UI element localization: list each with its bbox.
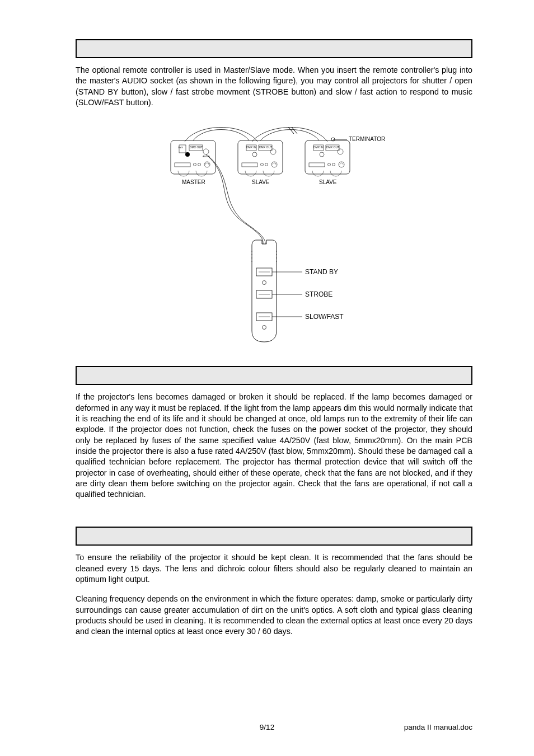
device-slave-2: DMX IN DMX OUT SLAVE (305, 140, 350, 185)
device-label-slave-2: SLAVE (319, 179, 337, 185)
device-slave-1: DMX IN DMX OUT SLAVE (238, 140, 283, 185)
svg-point-20 (270, 149, 276, 154)
maintenance-paragraph-1: To ensure the reliability of the project… (76, 552, 472, 585)
device-label-slave-1: SLAVE (252, 179, 270, 185)
svg-line-1 (292, 127, 297, 134)
device-label-master: MASTER (182, 179, 205, 185)
svg-text:DMX: DMX (178, 146, 183, 149)
svg-point-53 (262, 326, 266, 330)
remote-controller: STAND BY STROBE SLOW/FAST (251, 240, 344, 342)
svg-point-23 (265, 163, 268, 166)
svg-point-12 (204, 162, 210, 167)
svg-point-31 (338, 149, 343, 154)
terminator-label: TERMINATOR (349, 136, 385, 142)
remote-intro-paragraph: The optional remote controller is used i… (76, 65, 472, 108)
maintenance-paragraph-2: Cleaning frequency depends on the enviro… (76, 594, 472, 637)
svg-point-10 (193, 163, 196, 166)
svg-rect-21 (242, 163, 257, 167)
page-number: 9/12 (0, 722, 534, 732)
svg-point-19 (252, 152, 257, 157)
svg-text:DMX OUT: DMX OUT (326, 145, 339, 149)
svg-rect-32 (309, 163, 325, 167)
svg-point-48 (262, 281, 266, 285)
repair-paragraph: If the projector's lens becomes damaged … (76, 392, 472, 500)
section-header-maintenance (76, 527, 472, 546)
document-page: The optional remote controller is used i… (0, 0, 534, 756)
diagram-svg: TERMINATOR DMX DMX OUT AUDIO MASTER (162, 124, 386, 348)
svg-point-34 (332, 163, 335, 166)
svg-point-22 (260, 163, 263, 166)
svg-point-24 (271, 162, 277, 167)
device-master: DMX DMX OUT AUDIO MASTER (171, 140, 216, 185)
svg-point-11 (198, 163, 200, 166)
svg-point-30 (320, 152, 324, 157)
svg-rect-9 (175, 163, 190, 167)
svg-text:DMX OUT: DMX OUT (190, 145, 203, 149)
svg-point-7 (185, 152, 190, 157)
svg-point-33 (327, 163, 330, 166)
svg-point-35 (339, 162, 344, 167)
section-header-repair (76, 366, 472, 385)
svg-text:DMX OUT: DMX OUT (259, 145, 272, 149)
svg-line-0 (288, 127, 294, 134)
svg-text:DMX IN: DMX IN (313, 145, 324, 149)
remote-label-strobe: STROBE (305, 290, 332, 298)
svg-text:DMX IN: DMX IN (246, 145, 256, 149)
connection-diagram: TERMINATOR DMX DMX OUT AUDIO MASTER (76, 124, 472, 350)
page-footer: 9/12 panda II manual.doc (0, 722, 534, 732)
remote-label-standby: STAND BY (305, 268, 338, 276)
section-header-remote (76, 39, 472, 58)
remote-label-slowfast: SLOW/FAST (305, 313, 344, 321)
svg-point-8 (203, 149, 209, 154)
